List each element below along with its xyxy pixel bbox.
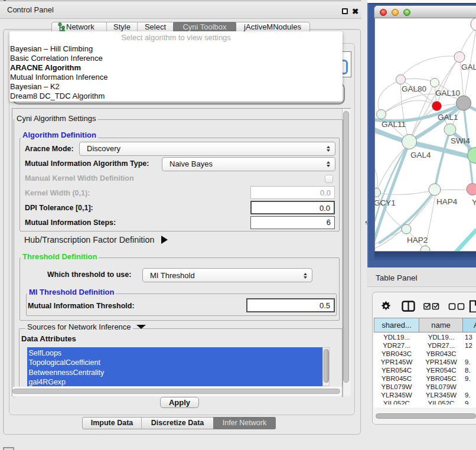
- svg-text:GAL11: GAL11: [382, 120, 406, 129]
- svg-text:HAP2: HAP2: [407, 236, 428, 244]
- svg-text:GAL1: GAL1: [438, 113, 458, 122]
- svg-text:SWI4: SWI4: [451, 136, 470, 145]
- svg-text:YJ: YJ: [472, 198, 476, 207]
- svg-text:GAL4: GAL4: [410, 151, 431, 159]
- svg-text:GAL80: GAL80: [402, 84, 426, 93]
- svg-text:GAL7: GAL7: [461, 63, 476, 71]
- svg-text:GAL10: GAL10: [435, 89, 460, 97]
- svg-text:HAP4: HAP4: [436, 197, 458, 206]
- svg-text:GCY1: GCY1: [374, 198, 396, 207]
